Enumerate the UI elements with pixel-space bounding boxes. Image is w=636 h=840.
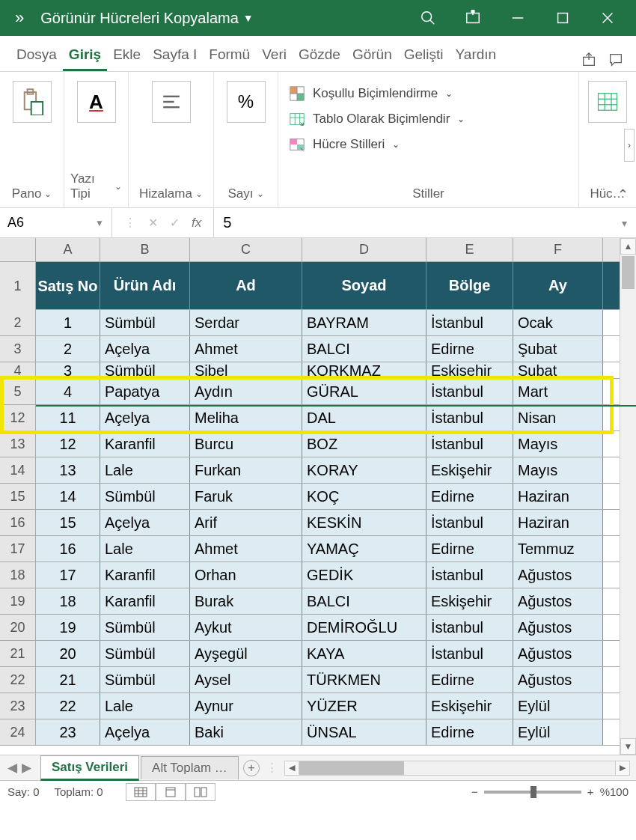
cell[interactable]: Ahmet (190, 536, 302, 561)
row-header[interactable]: 22 (0, 667, 36, 693)
ribbon-scroll-right[interactable]: › (624, 129, 635, 162)
cell[interactable]: Aydın (190, 379, 302, 404)
grip-icon[interactable]: ⋮ (124, 216, 136, 230)
col-header-D[interactable]: D (302, 238, 426, 261)
scroll-thumb[interactable] (622, 256, 635, 289)
cell[interactable]: Karanfil (100, 562, 190, 588)
maximize-icon[interactable] (540, 0, 585, 36)
cell[interactable]: ÜNSAL (302, 719, 426, 745)
cell[interactable]: DAL (302, 405, 426, 430)
cell[interactable]: Haziran (513, 484, 603, 509)
add-sheet-button[interactable]: + (243, 760, 260, 776)
cell[interactable]: Faruk (190, 484, 302, 509)
cell[interactable]: BALCI (302, 336, 426, 362)
cell[interactable]: GÜRAL (302, 379, 426, 404)
cell[interactable]: Sümbül (100, 615, 190, 640)
cell[interactable]: Aykut (190, 615, 302, 640)
cell[interactable]: Burak (190, 588, 302, 614)
sheet-tab-active[interactable]: Satış Verileri (40, 755, 139, 781)
cell[interactable]: Sümbül (100, 362, 190, 379)
group-yazi-label[interactable]: Yazı Tipi⌄ (70, 168, 122, 206)
name-box-dropdown-icon[interactable]: ▼ (95, 218, 104, 228)
tab-veri[interactable]: Veri (256, 39, 293, 71)
cell[interactable]: TÜRKMEN (302, 667, 426, 693)
row-header[interactable]: 21 (0, 641, 36, 666)
select-all-corner[interactable] (0, 238, 36, 261)
cell[interactable]: Eylül (513, 693, 603, 719)
cell[interactable]: DEMİROĞLU (302, 615, 426, 640)
cell[interactable]: Edirne (426, 336, 513, 362)
cell[interactable]: 14 (36, 484, 100, 509)
row-header[interactable]: 24 (0, 719, 36, 745)
cell[interactable]: 17 (36, 562, 100, 588)
search-icon[interactable] (406, 0, 450, 36)
cell[interactable]: 4 (36, 379, 100, 404)
cell[interactable]: Arif (190, 510, 302, 535)
scroll-left-icon[interactable]: ◀ (284, 761, 299, 776)
col-header-E[interactable]: E (426, 238, 513, 261)
cell[interactable]: Edirne (426, 719, 513, 745)
cell[interactable]: Aynur (190, 693, 302, 719)
cell[interactable]: Orhan (190, 562, 302, 588)
cell[interactable]: Lale (100, 693, 190, 719)
hscroll-thumb[interactable] (299, 761, 404, 775)
number-button[interactable]: % (227, 81, 266, 123)
cell[interactable]: Sümbül (100, 310, 190, 335)
cell[interactable]: KORAY (302, 457, 426, 483)
name-box[interactable]: A6 ▼ (0, 208, 112, 237)
cell[interactable]: Ocak (513, 310, 603, 335)
cell[interactable]: Karanfil (100, 588, 190, 614)
cell[interactable]: YAMAÇ (302, 536, 426, 561)
cell[interactable]: 20 (36, 641, 100, 666)
row-header[interactable]: 4 (0, 362, 36, 379)
cell[interactable]: Açelya (100, 405, 190, 430)
col-header-A[interactable]: A (36, 238, 100, 261)
cell[interactable]: Baki (190, 719, 302, 745)
paste-button[interactable] (13, 81, 52, 123)
window-mode-icon[interactable] (450, 0, 495, 36)
cell[interactable]: İstanbul (426, 615, 513, 640)
group-sayi-label[interactable]: Sayı⌄ (227, 183, 263, 206)
tab-dosya[interactable]: Dosya (10, 39, 63, 71)
cell[interactable]: İstanbul (426, 405, 513, 430)
cell[interactable]: Mart (513, 379, 603, 404)
cell[interactable]: Mayıs (513, 457, 603, 483)
cell[interactable]: İstanbul (426, 431, 513, 457)
align-button[interactable] (152, 81, 191, 123)
row-header[interactable]: 3 (0, 336, 36, 362)
cell[interactable]: Eylül (513, 719, 603, 745)
cell[interactable]: Eskişehir (426, 457, 513, 483)
cell[interactable]: KORKMAZ (302, 362, 426, 379)
cell[interactable]: BALCI (302, 588, 426, 614)
cell[interactable]: 16 (36, 536, 100, 561)
col-header-C[interactable]: C (190, 238, 302, 261)
cell[interactable]: 12 (36, 431, 100, 457)
format-as-table-button[interactable]: Tablo Olarak Biçimlendir⌄ (289, 106, 465, 132)
row-header[interactable]: 18 (0, 562, 36, 588)
col-header-F[interactable]: F (513, 238, 603, 261)
conditional-format-button[interactable]: Koşullu Biçimlendirme⌄ (289, 81, 453, 106)
cell[interactable]: YÜZER (302, 693, 426, 719)
cell[interactable]: Burcu (190, 431, 302, 457)
cell[interactable]: Ağustos (513, 588, 603, 614)
cell[interactable]: Açelya (100, 510, 190, 535)
cell[interactable]: 1 (36, 310, 100, 335)
cell[interactable]: Haziran (513, 510, 603, 535)
row-header[interactable]: 23 (0, 693, 36, 719)
tab-sayfa[interactable]: Sayfa I (147, 39, 203, 71)
cell[interactable]: Ağustos (513, 562, 603, 588)
cell[interactable]: Edirne (426, 536, 513, 561)
tab-ekle[interactable]: Ekle (107, 39, 147, 71)
cell[interactable]: 22 (36, 693, 100, 719)
title-dropdown-icon[interactable]: ▼ (243, 12, 254, 24)
cell[interactable]: Açelya (100, 336, 190, 362)
cell[interactable]: İstanbul (426, 310, 513, 335)
cell[interactable]: Şubat (513, 336, 603, 362)
row-header[interactable]: 16 (0, 510, 36, 535)
horizontal-scrollbar[interactable]: ◀ ▶ (284, 761, 630, 776)
close-icon[interactable] (585, 0, 630, 36)
tab-gozde[interactable]: Gözde (293, 39, 346, 71)
cell[interactable]: Eskişehir (426, 693, 513, 719)
zoom-slider[interactable] (484, 791, 581, 794)
formula-expand-icon[interactable]: ▾ (622, 217, 627, 229)
